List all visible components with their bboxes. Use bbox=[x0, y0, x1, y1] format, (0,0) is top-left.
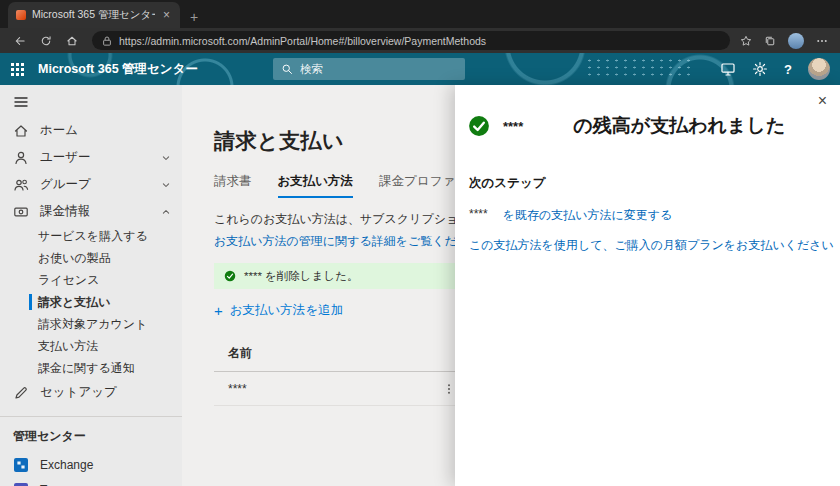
payment-methods-table: 名前 **** bbox=[214, 339, 462, 406]
message-text: **** を削除しました。 bbox=[244, 269, 358, 284]
change-payment-method-row: **** を既存の支払い方法に変更する bbox=[469, 207, 840, 224]
sidebar-item-billing-notifications[interactable]: 課金に関する通知 bbox=[0, 357, 182, 379]
change-payment-method-link[interactable]: を既存の支払い方法に変更する bbox=[503, 207, 673, 224]
sidebar-label: ユーザー bbox=[40, 149, 91, 166]
sidebar-item-bills-and-payments[interactable]: 請求と支払い bbox=[0, 291, 182, 313]
panel-header: **** の残高が支払われました bbox=[455, 85, 840, 139]
sidebar-item-setup[interactable]: セットアップ bbox=[0, 379, 182, 406]
chevron-down-icon bbox=[160, 179, 172, 191]
back-button[interactable] bbox=[8, 30, 32, 51]
chevron-down-icon bbox=[160, 152, 172, 164]
masked-card-name: **** bbox=[503, 119, 523, 134]
sidebar-sublabel: サービスを購入する bbox=[38, 228, 148, 245]
sidebar-divider bbox=[0, 416, 182, 417]
billing-icon bbox=[13, 204, 29, 220]
tab-payment-methods[interactable]: お支払い方法 bbox=[278, 173, 354, 198]
sidebar-label: 課金情報 bbox=[40, 203, 90, 220]
suite-title: Microsoft 365 管理センター bbox=[38, 61, 198, 78]
lock-icon bbox=[101, 35, 113, 47]
help-icon[interactable]: ? bbox=[784, 62, 792, 77]
table-row[interactable]: **** bbox=[214, 372, 462, 406]
new-tab-button[interactable]: + bbox=[190, 10, 198, 24]
sidebar-label: セットアップ bbox=[40, 384, 117, 401]
refresh-icon bbox=[40, 35, 52, 47]
next-steps-label: 次のステップ bbox=[469, 175, 840, 192]
m365-admin-favicon bbox=[16, 10, 26, 20]
sidebar-label: Teams bbox=[40, 483, 75, 486]
sidebar-item-purchase-services[interactable]: サービスを購入する bbox=[0, 225, 182, 247]
more-vertical-icon bbox=[443, 383, 455, 395]
home-icon bbox=[13, 123, 29, 139]
home-button[interactable] bbox=[60, 30, 84, 51]
check-circle-icon bbox=[224, 270, 236, 282]
waffle-icon bbox=[11, 63, 24, 76]
tab-title: Microsoft 365 管理センター - Bills bbox=[32, 8, 155, 22]
masked-card-name: **** bbox=[469, 207, 488, 224]
sidebar-sublabel: ライセンス bbox=[38, 272, 99, 289]
panel-title: の残高が支払われました bbox=[573, 113, 785, 139]
browser-tab[interactable]: Microsoft 365 管理センター - Bills × bbox=[8, 2, 180, 28]
favorite-star-icon[interactable] bbox=[740, 35, 752, 47]
payment-method-name: **** bbox=[228, 382, 247, 396]
user-icon bbox=[13, 150, 29, 166]
sidebar-sublabel: お使いの製品 bbox=[38, 250, 111, 267]
refresh-button[interactable] bbox=[34, 30, 58, 51]
suite-header: Microsoft 365 管理センター ? bbox=[0, 53, 840, 85]
hamburger-icon bbox=[13, 94, 29, 110]
pay-monthly-plan-link[interactable]: この支払方法を使用して、ご購入の月額プランをお支払いください bbox=[469, 237, 840, 254]
sidebar-item-exchange[interactable]: Exchange bbox=[0, 452, 182, 477]
back-arrow-icon bbox=[14, 35, 26, 47]
browser-window: Microsoft 365 管理センター - Bills × + https:/… bbox=[0, 0, 840, 486]
sidebar-sublabel: 支払い方法 bbox=[38, 338, 98, 355]
header-dots-decoration bbox=[585, 57, 695, 77]
settings-gear-icon[interactable] bbox=[752, 61, 768, 77]
sidebar-item-teams[interactable]: Teams bbox=[0, 477, 182, 486]
toolbar-right-icons bbox=[740, 33, 828, 49]
app-launcher-button[interactable] bbox=[0, 53, 34, 85]
success-check-icon bbox=[468, 115, 490, 137]
browser-toolbar: https://admin.microsoft.com/AdminPortal/… bbox=[0, 28, 840, 53]
page-body: ホーム ユーザー グループ 課金情報 サービスを購入する お使いの製品 ライセン… bbox=[0, 85, 840, 486]
tab-invoices[interactable]: 請求書 bbox=[214, 173, 252, 198]
sidebar-label: グループ bbox=[40, 176, 91, 193]
sidebar-item-billing[interactable]: 課金情報 bbox=[0, 198, 182, 225]
monitor-icon[interactable] bbox=[720, 61, 736, 77]
plus-icon: + bbox=[214, 303, 223, 318]
collections-icon[interactable] bbox=[764, 35, 776, 47]
teams-icon bbox=[13, 482, 29, 486]
sidebar-label: Exchange bbox=[40, 458, 93, 472]
search-icon bbox=[281, 63, 293, 75]
sidebar-item-licenses[interactable]: ライセンス bbox=[0, 269, 182, 291]
url-text: https://admin.microsoft.com/AdminPortal/… bbox=[119, 35, 721, 47]
address-bar[interactable]: https://admin.microsoft.com/AdminPortal/… bbox=[92, 31, 730, 50]
search-box[interactable] bbox=[273, 58, 465, 80]
browser-tab-strip: Microsoft 365 管理センター - Bills × + bbox=[0, 0, 840, 28]
sidebar-sublabel: 請求対象アカウント bbox=[38, 316, 147, 333]
sidebar-item-billing-accounts[interactable]: 請求対象アカウント bbox=[0, 313, 182, 335]
search-input[interactable] bbox=[300, 63, 457, 75]
suite-right-icons: ? bbox=[720, 53, 830, 85]
add-payment-method-label: お支払い方法を追加 bbox=[230, 302, 343, 319]
sidebar-item-payment-methods[interactable]: 支払い方法 bbox=[0, 335, 182, 357]
sidebar-sublabel: 課金に関する通知 bbox=[38, 360, 135, 377]
more-menu-icon[interactable] bbox=[816, 35, 828, 47]
sidebar-item-groups[interactable]: グループ bbox=[0, 171, 182, 198]
panel-close-icon[interactable]: × bbox=[818, 93, 827, 109]
sidebar-sublabel: 請求と支払い bbox=[38, 294, 111, 311]
browser-profile-avatar[interactable] bbox=[788, 33, 804, 49]
user-avatar[interactable] bbox=[808, 58, 830, 80]
home-icon bbox=[66, 35, 78, 47]
payment-success-panel: × **** の残高が支払われました 次のステップ **** を既存の支払い方法… bbox=[455, 85, 840, 486]
nav-collapse-button[interactable] bbox=[0, 87, 182, 117]
group-icon bbox=[13, 177, 29, 193]
tab-close-icon[interactable]: × bbox=[161, 9, 172, 21]
sidebar-label: ホーム bbox=[40, 122, 78, 139]
sidebar-item-users[interactable]: ユーザー bbox=[0, 144, 182, 171]
left-navigation: ホーム ユーザー グループ 課金情報 サービスを購入する お使いの製品 ライセン… bbox=[0, 85, 182, 486]
setup-pencil-icon bbox=[13, 385, 29, 401]
column-header-name: 名前 bbox=[214, 339, 462, 372]
sidebar-item-your-products[interactable]: お使いの製品 bbox=[0, 247, 182, 269]
sidebar-item-home[interactable]: ホーム bbox=[0, 117, 182, 144]
chevron-up-icon bbox=[160, 206, 172, 218]
admin-centers-section-title: 管理センター bbox=[0, 423, 182, 452]
